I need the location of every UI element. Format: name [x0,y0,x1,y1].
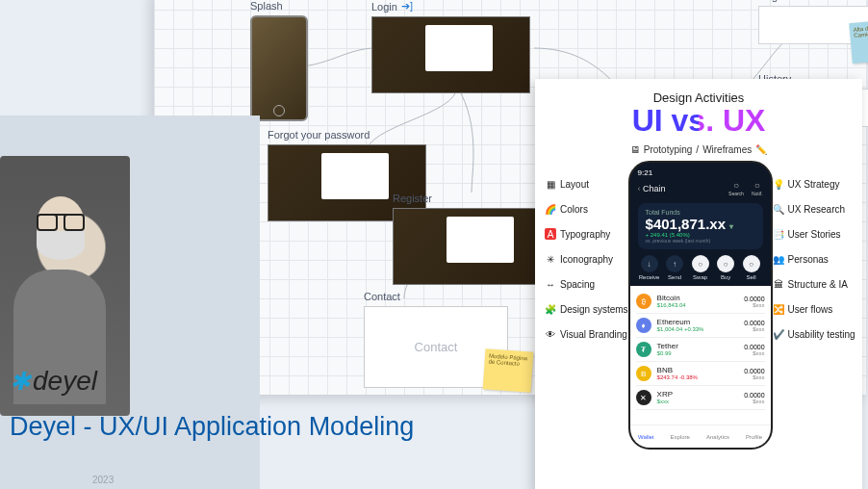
notif-icon[interactable]: ○ [752,180,763,191]
screen-thumb [371,16,530,93]
coin-icon: ₿ [636,294,651,309]
text: Prototyping [644,144,693,155]
search-icon[interactable]: ○ [728,180,744,191]
research-icon: 🔍 [773,203,784,215]
branding-icon: 👁 [545,328,556,340]
list-item: 📑User Stories [773,228,841,240]
coin-value: 0.0000$xxx [744,296,764,308]
swap-icon: ○ [692,255,709,272]
sticky-note[interactable]: Alta de Camiones [849,19,868,64]
list-item: ▦Layout [545,178,628,190]
ui-ux-panel: Design Activities UI vs. UX 🖥 Prototypin… [535,79,862,489]
coin-name: BNB$243.74 -0.38% [657,367,698,380]
list-item: ↔Spacing [545,278,628,290]
panel-title: UI vs. UX [545,103,853,139]
list-item: 🌈Colors [545,203,628,215]
sell-icon: ○ [743,255,760,272]
coin-value: 0.0000$xxx [744,344,764,356]
testing-icon: ✔️ [773,328,784,340]
sticky-note[interactable]: Modelo Página de Contacto [483,348,534,392]
node-label: Login ➔] [371,0,530,13]
download-icon: ↓ [641,255,658,272]
node-contact[interactable]: Contact Contact Modelo Página de Contact… [364,291,508,388]
icon-label: Search [728,191,744,196]
list-item: 👁Visual Branding [545,328,628,340]
balance-value: $401,871.xx [646,216,726,232]
spacing-icon: ↔ [545,278,556,290]
text: / [696,144,699,155]
personas-icon: 👥 [773,253,784,265]
ui-column: ▦Layout 🌈Colors ATypography ✳Iconography… [545,161,628,478]
list-item: 🔍UX Research [773,203,845,215]
coin-value: 0.0000$xxx [744,320,764,332]
nav-analytics[interactable]: Analytics [706,434,729,440]
upload-icon: ↑ [666,255,683,272]
coin-value: 0.0000$xxx [744,392,764,404]
coin-list: ₿Bitcoin$16,843.040.0000$xxx♦Ethereum$1,… [630,286,771,425]
node-splash[interactable]: Splash [250,0,308,121]
text: Login [371,1,397,13]
typography-icon: A [545,228,556,240]
screen-title: Chain [638,184,666,193]
balance-prev: vs. previous week (last month) [646,238,755,244]
stories-icon: 📑 [773,228,784,240]
pencil-icon: ✏️ [755,144,767,155]
coin-row[interactable]: BBNB$243.74 -0.38%0.0000$xxx [636,362,765,386]
coin-row[interactable]: ♦Ethereum$1,004.04 +0.33%0.0000$xxx [636,314,765,338]
node-label: Splash [250,0,308,12]
coin-icon: ♦ [636,318,651,333]
coin-name: Bitcoin$16,843.04 [657,295,686,308]
node-label: Register [393,193,551,204]
coin-name: Tether$0.99 [657,343,678,356]
coin-name: XRP$xxx [657,391,673,404]
nav-profile[interactable]: Profile [746,434,762,440]
brand-logo: ✱ deyel [10,366,97,397]
list-item: ✳Iconography [545,253,628,265]
node-register[interactable]: Register [393,193,551,285]
coin-row[interactable]: ✕XRP$xxx0.0000$xxx [636,386,765,410]
nav-explore[interactable]: Explore [671,434,690,440]
monitor-icon: 🖥 [630,144,640,155]
ia-icon: 🏛 [773,278,784,290]
coin-name: Ethereum$1,004.04 +0.33% [657,319,704,332]
iconography-icon: ✳ [545,253,556,265]
icon-label: Notif. [752,191,763,196]
status-time: 9:21 [638,168,653,177]
node-login[interactable]: Login ➔] [371,0,530,93]
bottom-nav: Wallet Explore Analytics Profile [630,425,771,448]
phone-mock-column: 9:21 Chain ○Search ○Notif. Total Funds $… [628,161,773,478]
node-registration[interactable]: Registration of trucks Alta de Camiones [758,0,868,44]
layout-icon: ▦ [545,178,556,190]
screen-thumb [393,208,551,285]
coin-row[interactable]: ₮Tether$0.990.0000$xxx [636,338,765,362]
login-icon: ➔] [401,0,413,13]
node-label: Contact [364,291,508,302]
page-title: Deyel - UX/UI Application Modeling [10,412,414,442]
coin-value: 0.0000$xxx [744,368,764,380]
wallet-phone-mock: 9:21 Chain ○Search ○Notif. Total Funds $… [628,161,773,450]
action-buy[interactable]: ○Buy [714,255,737,280]
balance-label: Total Funds [646,209,755,216]
balance-card: Total Funds $401,871.xx ▾ + 249.41 (5.40… [638,203,763,249]
placeholder-text: Contact [415,340,458,354]
list-item: ✔️Usability testing [773,328,855,340]
coin-icon: ₮ [636,342,651,357]
ux-column: 💡UX Strategy 🔍UX Research 📑User Stories … [773,161,855,478]
logo-mark-icon: ✱ [10,367,31,397]
list-item: 💡UX Strategy [773,178,840,190]
node-label: Registration of trucks [758,0,868,2]
action-send[interactable]: ↑Send [663,255,686,280]
action-swap[interactable]: ○Swap [689,255,712,280]
nav-wallet[interactable]: Wallet [638,434,653,440]
strategy-icon: 💡 [773,178,784,190]
text: Wireframes [702,144,752,155]
action-receive[interactable]: ↓Receive [638,255,661,280]
year-text: 2023 [92,475,114,485]
list-item: 👥Personas [773,253,829,265]
panel-subhead: 🖥 Prototyping / Wireframes ✏️ [545,144,853,155]
coin-icon: ✕ [636,390,651,405]
list-item: 🧩Design systems [545,303,628,315]
coin-row[interactable]: ₿Bitcoin$16,843.040.0000$xxx [636,290,765,314]
action-sell[interactable]: ○Sell [740,255,763,280]
list-item: 🏛Structure & IA [773,278,848,290]
